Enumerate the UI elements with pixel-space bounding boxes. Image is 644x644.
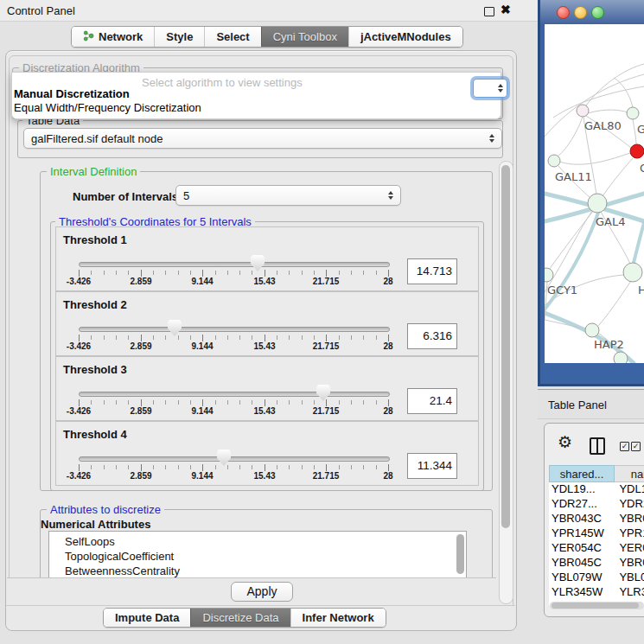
algorithm-combo-focus-ring[interactable] — [473, 79, 507, 98]
tick-label: 9.144 — [191, 471, 213, 481]
tick-label: -3.426 — [67, 406, 91, 416]
tick-label: -3.426 — [67, 277, 91, 286]
control-panel-tabs: Network Style Select Cyni Toolbox jActiv… — [71, 26, 463, 48]
threshold-label: Threshold 3 — [63, 363, 127, 376]
tick-label: 28 — [383, 406, 392, 416]
column-layout-icon[interactable] — [590, 437, 605, 455]
threshold-slider-track[interactable] — [79, 327, 390, 332]
tab-select[interactable]: Select — [204, 27, 260, 47]
algorithm-dropdown-popup: Select algorithm to view settings Manual… — [11, 72, 501, 119]
threshold-3-panel: Threshold 3 -3.426 2.859 9.144 15.43 21.… — [55, 356, 479, 421]
tick-label: 15.43 — [253, 406, 275, 416]
tick-label: 21.715 — [313, 406, 340, 416]
column-header-shared-name[interactable]: shared... — [549, 465, 615, 482]
table-row[interactable]: YDR27...YDR2 — [549, 497, 644, 512]
node-label[interactable]: HAP2 — [594, 338, 624, 351]
float-window-button[interactable] — [484, 7, 494, 16]
table-panel-title: Table Panel — [548, 399, 607, 411]
table-rows[interactable]: YDL19...YDL1 YDR27...YDR2 YBR043CYBR0 YP… — [549, 482, 644, 605]
list-item[interactable]: SelfLoops — [49, 532, 466, 549]
tick-label: -3.426 — [67, 341, 91, 351]
apply-row: Apply — [7, 577, 496, 605]
network-node[interactable] — [614, 352, 628, 363]
tab-network[interactable]: Network — [72, 27, 154, 47]
threshold-value-field[interactable]: 11.344 — [407, 453, 457, 479]
network-node[interactable] — [585, 323, 599, 337]
minimize-window-icon[interactable] — [574, 6, 587, 19]
close-panel-button[interactable]: ✖ — [501, 3, 511, 16]
table-hscrollbar-track[interactable] — [550, 602, 644, 609]
tick-label: 28 — [383, 277, 392, 286]
tick-label: 2.859 — [130, 406, 151, 416]
numerical-attributes-list[interactable]: SelfLoops TopologicalCoefficient Between… — [48, 531, 467, 579]
threshold-slider-track[interactable] — [79, 456, 390, 462]
number-of-intervals-combo[interactable]: 5 — [175, 185, 401, 206]
tick-label: 15.43 — [253, 277, 275, 286]
threshold-value-field[interactable]: 14.713 — [407, 258, 457, 284]
network-canvas[interactable]: GAL80 GA GAL11 C GAL4 GCY1 H HAP2 — [545, 24, 644, 363]
table-row[interactable]: YDL19...YDL1 — [549, 482, 644, 497]
tab-discretize-data[interactable]: Discretize Data — [190, 609, 290, 627]
threshold-value-field[interactable]: 21.4 — [407, 388, 457, 414]
threshold-1-panel: Threshold 1 -3.426 2.859 9.144 15.43 21.… — [55, 226, 479, 291]
node-label[interactable]: C — [640, 162, 644, 175]
node-label[interactable]: GAL4 — [596, 215, 625, 228]
list-item[interactable]: TopologicalCoefficient — [49, 549, 466, 564]
apply-button[interactable]: Apply — [231, 582, 293, 602]
network-node[interactable] — [627, 107, 639, 119]
threshold-value-field[interactable]: 6.316 — [407, 323, 457, 349]
close-window-icon[interactable] — [557, 6, 570, 19]
network-view-window[interactable]: GAL80 GA GAL11 C GAL4 GCY1 H HAP2 — [538, 0, 644, 386]
threshold-label: Threshold 1 — [63, 233, 127, 246]
tab-jactivemnodules[interactable]: jActiveMNodules — [348, 27, 462, 47]
tick-label: 9.144 — [191, 341, 213, 351]
table-row[interactable]: YBR043CYBR0 — [549, 512, 644, 526]
network-window-titlebar[interactable] — [540, 0, 644, 23]
tab-infer-network[interactable]: Infer Network — [290, 609, 386, 627]
tab-cyni-toolbox[interactable]: Cyni Toolbox — [261, 27, 348, 47]
table-row[interactable]: YPR145WYPR1 — [549, 526, 644, 541]
network-node[interactable] — [577, 105, 589, 117]
table-panel: ⚙ ✓ ✓ shared... name YDL19...YDL1 YDR27.… — [544, 423, 644, 617]
network-node[interactable] — [548, 155, 560, 167]
list-scrollbar-thumb[interactable] — [456, 534, 464, 574]
node-label[interactable]: H — [638, 284, 644, 296]
table-row[interactable]: YER054CYER0 — [549, 541, 644, 556]
column-header-name[interactable]: name — [615, 465, 644, 482]
settings-scrollbar-thumb[interactable] — [501, 165, 510, 528]
table-row[interactable]: YBL079WYBL0 — [549, 571, 644, 585]
node-label[interactable]: GAL11 — [555, 170, 592, 183]
network-node[interactable] — [588, 194, 607, 213]
node-label[interactable]: GCY1 — [547, 284, 577, 296]
threshold-slider-track[interactable] — [79, 262, 390, 267]
interval-definition-group-label: Interval Definition — [47, 165, 140, 178]
slider-major-ticks — [79, 399, 389, 406]
tick-label: 21.715 — [313, 341, 340, 351]
list-item[interactable]: BetweennessCentrality — [49, 564, 466, 578]
tab-network-label: Network — [99, 30, 143, 43]
node-label[interactable]: GA — [637, 123, 644, 136]
tick-label: 15.43 — [253, 341, 275, 351]
popup-option-equal-width-frequency[interactable]: Equal Width/Frequency Discretization — [14, 101, 201, 114]
gear-icon[interactable]: ⚙ — [558, 434, 572, 450]
table-panel-titlebar: Table Panel — [538, 389, 644, 419]
popup-option-manual-discretization[interactable]: Manual Discretization — [14, 87, 130, 100]
tick-label: 9.144 — [191, 277, 213, 286]
table-hscrollbar-thumb[interactable] — [552, 603, 639, 609]
tab-impute-data[interactable]: Impute Data — [104, 609, 190, 627]
combo-stepper-icon — [498, 84, 503, 92]
network-node[interactable] — [623, 263, 642, 282]
table-row[interactable]: YLR345WYLR3 — [549, 585, 644, 600]
threshold-slider-track[interactable] — [79, 392, 390, 397]
network-node-selected[interactable] — [630, 144, 644, 158]
number-of-intervals-value: 5 — [183, 189, 388, 202]
tick-label: 21.715 — [313, 277, 340, 286]
checkbox-icon[interactable]: ✓ — [631, 442, 641, 451]
table-data-combo[interactable]: galFiltered.sif default node — [23, 128, 502, 149]
node-label[interactable]: GAL80 — [584, 119, 622, 132]
tick-label: 2.859 — [130, 341, 151, 351]
table-row[interactable]: YBR045CYBR0 — [549, 556, 644, 571]
tab-style[interactable]: Style — [154, 27, 204, 47]
zoom-window-icon[interactable] — [591, 6, 604, 19]
checkbox-icon[interactable]: ✓ — [620, 442, 629, 451]
